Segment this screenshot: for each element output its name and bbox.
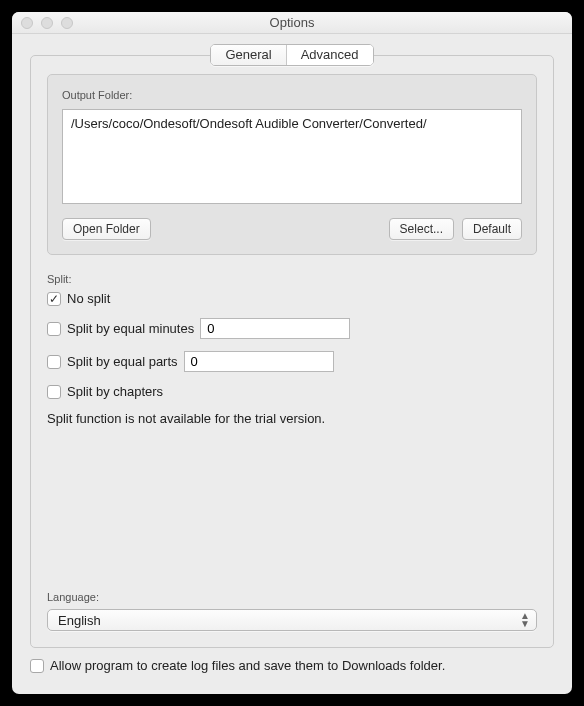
language-value: English — [58, 613, 101, 628]
split-chapters-label: Split by chapters — [67, 384, 163, 399]
split-parts-label: Split by equal parts — [67, 354, 178, 369]
language-block: Language: English ▲▼ — [47, 591, 537, 631]
split-parts-input[interactable] — [184, 351, 334, 372]
allow-log-checkbox[interactable] — [30, 659, 44, 673]
window-title: Options — [12, 15, 572, 30]
split-minutes-row[interactable]: Split by equal minutes — [47, 318, 537, 339]
no-split-row[interactable]: No split — [47, 291, 537, 306]
split-parts-checkbox[interactable] — [47, 355, 61, 369]
allow-log-label: Allow program to create log files and sa… — [50, 658, 445, 673]
split-chapters-checkbox[interactable] — [47, 385, 61, 399]
output-folder-group: Output Folder: /Users/coco/Ondesoft/Onde… — [47, 74, 537, 255]
split-minutes-checkbox[interactable] — [47, 322, 61, 336]
close-icon[interactable] — [21, 17, 33, 29]
language-select[interactable]: English ▲▼ — [47, 609, 537, 631]
split-label: Split: — [47, 273, 537, 285]
split-parts-row[interactable]: Split by equal parts — [47, 351, 537, 372]
split-minutes-label: Split by equal minutes — [67, 321, 194, 336]
split-warning: Split function is not available for the … — [47, 411, 537, 426]
chevron-updown-icon: ▲▼ — [520, 612, 530, 628]
default-folder-button[interactable]: Default — [462, 218, 522, 240]
titlebar: Options — [12, 12, 572, 34]
zoom-icon[interactable] — [61, 17, 73, 29]
split-minutes-input[interactable] — [200, 318, 350, 339]
no-split-checkbox[interactable] — [47, 292, 61, 306]
tab-control: General Advanced — [210, 44, 373, 66]
tab-advanced[interactable]: Advanced — [287, 45, 373, 65]
output-folder-label: Output Folder: — [62, 89, 522, 101]
select-folder-button[interactable]: Select... — [389, 218, 454, 240]
split-chapters-row[interactable]: Split by chapters — [47, 384, 537, 399]
content: General Advanced Output Folder: /Users/c… — [12, 34, 572, 694]
output-folder-path[interactable]: /Users/coco/Ondesoft/Ondesoft Audible Co… — [62, 109, 522, 204]
advanced-panel: Output Folder: /Users/coco/Ondesoft/Onde… — [30, 55, 554, 648]
allow-log-row[interactable]: Allow program to create log files and sa… — [30, 658, 554, 673]
options-window: Options General Advanced Output Folder: … — [12, 12, 572, 694]
minimize-icon[interactable] — [41, 17, 53, 29]
open-folder-button[interactable]: Open Folder — [62, 218, 151, 240]
tab-general[interactable]: General — [211, 45, 286, 65]
language-label: Language: — [47, 591, 537, 603]
traffic-lights — [12, 17, 73, 29]
no-split-label: No split — [67, 291, 110, 306]
